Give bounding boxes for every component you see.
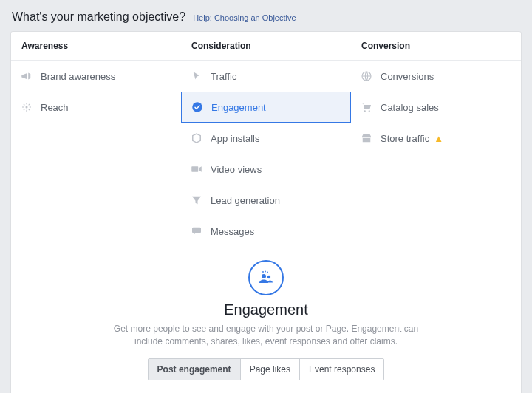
tab-event-responses[interactable]: Event responses (300, 359, 383, 380)
megaphone-icon (20, 69, 33, 83)
svg-point-5 (369, 110, 370, 112)
objective-conversions[interactable]: Conversions (351, 61, 521, 92)
objective-lead-generation[interactable]: Lead generation (181, 185, 351, 216)
messages-icon (190, 225, 203, 238)
tab-page-likes[interactable]: Page likes (241, 359, 300, 380)
objective-label: Reach (41, 102, 69, 113)
reach-icon (20, 100, 33, 114)
globe-icon (360, 69, 373, 83)
objective-video-views[interactable]: Video views (181, 154, 351, 185)
objective-messages[interactable]: Messages (181, 216, 351, 247)
objective-catalog-sales[interactable]: Catalog sales (351, 92, 521, 123)
objective-label: Store traffic (381, 133, 429, 144)
svg-point-0 (26, 106, 28, 109)
column-header-awareness: Awareness (11, 32, 181, 61)
warning-icon: ▲ (434, 133, 443, 144)
objective-label: Lead generation (211, 195, 280, 206)
check-circle-icon (191, 100, 204, 114)
objective-label: Brand awareness (41, 71, 115, 82)
tab-post-engagement[interactable]: Post engagement (149, 359, 241, 380)
objective-label: Traffic (211, 71, 236, 82)
objective-label: Catalog sales (381, 102, 439, 113)
objective-engagement[interactable]: Engagement (181, 92, 351, 123)
svg-point-8 (262, 271, 264, 273)
selected-objective-title: Engagement (41, 301, 491, 318)
svg-point-6 (262, 274, 266, 278)
column-header-conversion: Conversion (351, 32, 521, 61)
funnel-icon (190, 194, 203, 207)
svg-point-9 (265, 271, 266, 273)
objective-label: Video views (211, 164, 262, 175)
box-icon (190, 131, 203, 145)
cursor-icon (190, 69, 203, 83)
page-title: What's your marketing objective? (12, 10, 185, 24)
column-header-consideration: Consideration (181, 32, 351, 61)
selected-objective-description: Get more people to see and engage with y… (103, 323, 429, 348)
objective-label: App installs (211, 133, 259, 144)
svg-point-7 (267, 276, 270, 278)
objective-app-installs[interactable]: App installs (181, 123, 351, 154)
video-icon (190, 163, 203, 176)
objective-label: Engagement (211, 102, 266, 113)
store-icon (360, 131, 373, 145)
objective-brand-awareness[interactable]: Brand awareness (11, 61, 181, 92)
svg-rect-2 (191, 166, 198, 172)
objective-traffic[interactable]: Traffic (181, 61, 351, 92)
engagement-icon (248, 260, 284, 295)
svg-point-1 (192, 102, 202, 112)
objective-reach[interactable]: Reach (11, 92, 181, 123)
objective-store-traffic[interactable]: Store traffic ▲ (351, 123, 521, 154)
help-link[interactable]: Help: Choosing an Objective (193, 13, 296, 22)
svg-point-10 (267, 272, 268, 273)
engagement-type-tabs: Post engagement Page likes Event respons… (148, 358, 385, 380)
objective-label: Messages (211, 226, 254, 237)
cart-icon (360, 100, 373, 114)
svg-point-4 (364, 110, 366, 112)
objective-label: Conversions (381, 71, 434, 82)
